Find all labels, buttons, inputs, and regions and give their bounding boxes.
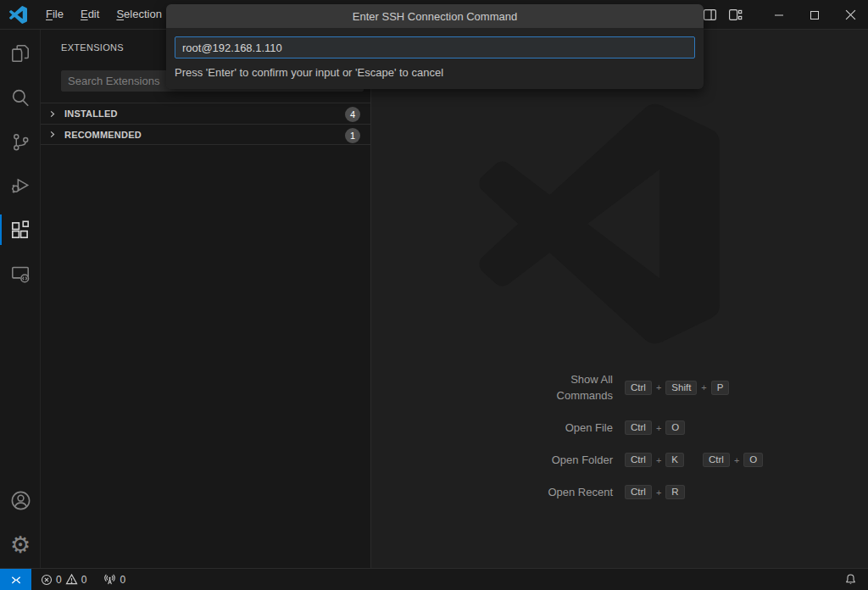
extensions-sections: INSTALLED 4 RECOMMENDED 1 <box>41 103 371 145</box>
shortcut-keys: Ctrl + R <box>625 485 685 499</box>
shortcut-keys: Ctrl + Shift + P <box>625 381 729 395</box>
shortcut-open-folder: Open Folder Ctrl + K Ctrl + O <box>422 452 829 468</box>
customize-layout-icon <box>728 8 743 22</box>
ports-count: 0 <box>120 574 125 586</box>
keycap: P <box>711 381 730 395</box>
shortcut-keys: Ctrl + O <box>625 420 685 435</box>
section-recommended-label: RECOMMENDED <box>64 130 142 140</box>
plus-separator: + <box>656 455 661 465</box>
recommended-count-badge: 1 <box>345 128 360 143</box>
activity-bar-bottom: ⚙ <box>0 476 40 565</box>
shortcut-label: Open File <box>422 420 613 436</box>
chevron-right-icon <box>45 128 58 142</box>
keycap: Shift <box>665 381 697 395</box>
bell-icon <box>844 573 857 586</box>
close-icon <box>845 9 856 20</box>
plus-separator: + <box>701 382 706 392</box>
installed-count-badge: 4 <box>345 107 360 122</box>
activitybar-search[interactable] <box>0 77 41 118</box>
plus-separator: + <box>656 487 661 498</box>
section-installed[interactable]: INSTALLED 4 <box>41 103 371 124</box>
keycap: R <box>665 485 684 499</box>
shortcut-label: Open Recent <box>422 484 613 500</box>
account-icon <box>9 489 32 512</box>
keycap: K <box>665 453 684 467</box>
customize-layout-button[interactable] <box>726 6 744 25</box>
menu-edit-rest: dit <box>88 8 100 20</box>
activity-bar: ⚙ <box>0 30 41 568</box>
warning-icon <box>65 573 78 586</box>
close-button[interactable] <box>832 0 868 30</box>
minimize-button[interactable] <box>761 0 797 30</box>
activitybar-run-debug[interactable] <box>0 165 41 206</box>
maximize-icon <box>810 10 820 20</box>
menu-selection-mnemonic: S <box>116 8 124 20</box>
keycap: Ctrl <box>625 485 652 499</box>
ssh-command-input[interactable] <box>175 36 695 58</box>
vscode-logo-icon <box>9 6 27 24</box>
extensions-sidebar: EXTENSIONS INSTALLED 4 RECOMMENDED 1 <box>41 30 371 568</box>
keycap: Ctrl <box>625 453 652 467</box>
activitybar-explorer[interactable] <box>0 33 41 74</box>
chevron-right-icon <box>45 107 58 120</box>
activitybar-account[interactable] <box>0 480 41 520</box>
shortcut-open-file: Open File Ctrl + O <box>422 420 829 436</box>
menu-edit-mnemonic: E <box>81 8 88 20</box>
maximize-button[interactable] <box>797 0 832 30</box>
ssh-connection-dialog: Enter SSH Connection Command Press 'Ente… <box>166 4 704 89</box>
menu-file[interactable]: File <box>37 3 72 25</box>
menu-file-rest: ile <box>53 8 64 20</box>
window-controls <box>761 0 868 30</box>
editor-area: Show All Commands Ctrl + Shift + P Open … <box>371 30 868 568</box>
extensions-icon <box>9 219 31 241</box>
remote-indicator-button[interactable] <box>0 569 31 590</box>
menu-bar: File Edit Selection <box>37 0 170 30</box>
remote-explorer-icon <box>9 263 31 285</box>
menu-selection[interactable]: Selection <box>108 3 170 25</box>
remote-icon <box>9 573 23 587</box>
minimize-icon <box>774 10 784 20</box>
dialog-title: Enter SSH Connection Command <box>166 4 704 28</box>
keycap: Ctrl <box>625 381 652 395</box>
keycap: O <box>743 453 763 467</box>
activitybar-settings[interactable]: ⚙ <box>0 524 41 565</box>
shortcut-keys: Ctrl + K Ctrl + O <box>625 453 763 467</box>
warning-count: 0 <box>81 574 87 586</box>
error-icon <box>41 574 53 586</box>
notifications-button[interactable] <box>840 571 861 589</box>
keycap: Ctrl <box>625 420 652 435</box>
activitybar-source-control[interactable] <box>0 121 41 162</box>
status-bar: 0 0 0 <box>0 568 868 590</box>
shortcut-label: Open Folder <box>422 452 613 468</box>
section-recommended[interactable]: RECOMMENDED 1 <box>41 124 371 145</box>
watermark-shortcuts: Show All Commands Ctrl + Shift + P Open … <box>422 371 829 516</box>
radio-tower-icon <box>103 573 116 586</box>
dialog-hint: Press 'Enter' to confirm your input or '… <box>175 66 695 79</box>
section-installed-label: INSTALLED <box>64 109 118 119</box>
dialog-body: Press 'Enter' to confirm your input or '… <box>166 28 704 89</box>
ports-button[interactable]: 0 <box>99 571 130 589</box>
vscode-watermark-icon <box>479 94 720 353</box>
toggle-secondary-sidebar-icon <box>703 8 717 22</box>
explorer-icon <box>9 42 31 64</box>
menu-edit[interactable]: Edit <box>72 3 108 25</box>
search-icon <box>9 86 31 109</box>
shortcut-show-all-commands: Show All Commands Ctrl + Shift + P <box>422 371 829 404</box>
shortcut-label: Show All Commands <box>422 371 613 404</box>
shortcut-open-recent: Open Recent Ctrl + R <box>422 484 829 500</box>
keycap: Ctrl <box>703 453 730 467</box>
activitybar-extensions[interactable] <box>0 209 41 250</box>
activitybar-remote-explorer[interactable] <box>0 253 41 294</box>
plus-separator: + <box>656 423 661 433</box>
run-debug-icon <box>9 175 31 197</box>
keycap: O <box>665 420 685 435</box>
sidebar-title: EXTENSIONS <box>61 42 124 53</box>
error-count: 0 <box>56 574 62 586</box>
source-control-icon <box>10 131 31 153</box>
problems-button[interactable]: 0 0 <box>36 571 91 589</box>
plus-separator: + <box>656 382 661 392</box>
vscode-window: File Edit Selection <box>0 0 868 590</box>
settings-gear-icon: ⚙ <box>10 533 31 556</box>
menu-selection-rest: election <box>124 8 162 20</box>
plus-separator: + <box>734 455 739 465</box>
